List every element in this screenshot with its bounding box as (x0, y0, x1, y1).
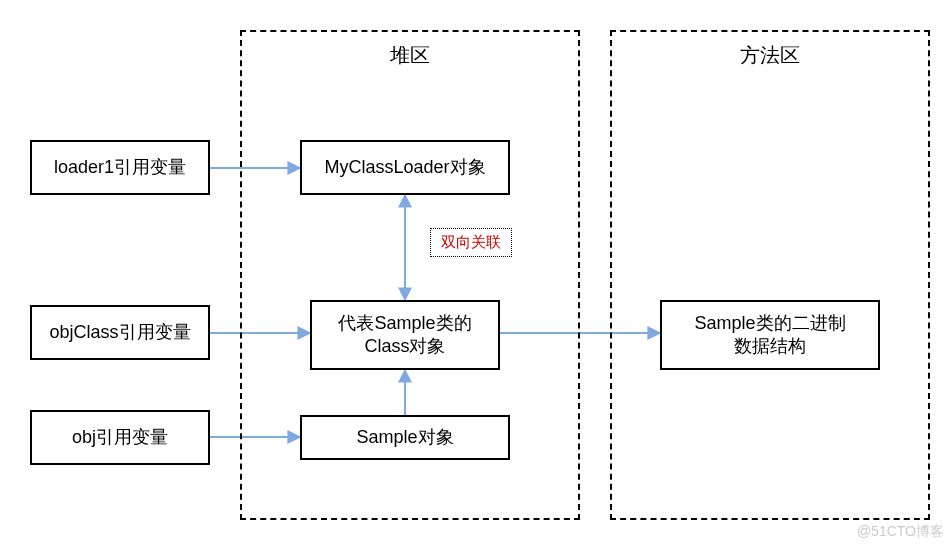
method-title: 方法区 (612, 42, 928, 69)
box-objclass: objClass引用变量 (30, 305, 210, 360)
annotation-bidirectional: 双向关联 (430, 228, 512, 257)
box-sampleobj: Sample对象 (300, 415, 510, 460)
box-myclassloader: MyClassLoader对象 (300, 140, 510, 195)
heap-title: 堆区 (242, 42, 578, 69)
box-loader1: loader1引用变量 (30, 140, 210, 195)
box-binary: Sample类的二进制 数据结构 (660, 300, 880, 370)
watermark: @51CTO博客 (857, 523, 944, 541)
box-classobj: 代表Sample类的 Class对象 (310, 300, 500, 370)
method-region: 方法区 (610, 30, 930, 520)
diagram-stage: 堆区 方法区 loader1引用变量 objClass引用变量 obj引用变量 … (0, 0, 952, 545)
box-obj: obj引用变量 (30, 410, 210, 465)
